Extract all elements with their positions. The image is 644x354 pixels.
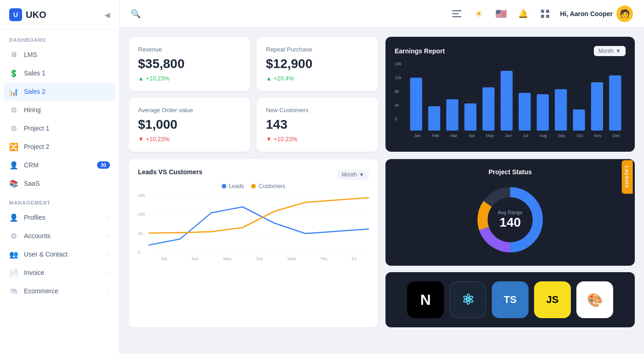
grid-icon[interactable] xyxy=(538,6,552,21)
earnings-card: Earnings Report Month ▼ 15k 11k 8k 4k 0 xyxy=(385,37,635,152)
sidebar-item-ecommerce[interactable]: 🛍 Ecommerce › xyxy=(0,282,119,300)
profiles-chevron-icon: › xyxy=(108,214,110,221)
revenue-card: Revenue $35,800 ▲ +10.23% xyxy=(129,37,250,91)
sidebar-item-profiles[interactable]: 👤 Profiles › xyxy=(0,208,119,227)
svg-rect-21 xyxy=(573,109,585,131)
svg-rect-6 xyxy=(546,15,549,18)
sidebar-item-label: Accounts xyxy=(24,232,51,240)
sidebar-item-project1[interactable]: ⚙ Project 1 xyxy=(0,119,119,137)
flag-icon[interactable]: 🇺🇸 xyxy=(494,6,508,21)
svg-rect-16 xyxy=(483,87,494,131)
crm-icon: 👤 xyxy=(9,160,18,170)
new-customers-label: New Customers xyxy=(266,107,369,114)
leads-chart-legend: Leads Customers xyxy=(138,183,369,189)
sidebar-item-saas[interactable]: 📚 SaaS xyxy=(0,174,119,193)
sidebar-item-label: Hiring xyxy=(24,106,41,114)
accounts-chevron-icon: › xyxy=(108,233,110,239)
javascript-icon[interactable]: JS xyxy=(534,281,571,318)
header-actions: ☀ 🇺🇸 🔔 Hi, Aaron Cooper 🧑 xyxy=(449,6,633,22)
sidebar-item-label: LMS xyxy=(24,51,37,58)
revenue-change: ▲ +10.23% xyxy=(138,75,241,82)
x-wed: Wed xyxy=(288,257,296,261)
main-content: 🔍 ☀ 🇺🇸 🔔 Hi, Aaron Cooper 🧑 xyxy=(120,0,644,354)
leads-line-chart xyxy=(149,193,369,253)
sidebar-item-label: Invoice xyxy=(24,269,44,276)
search-bar[interactable]: 🔍 xyxy=(131,9,444,19)
dashboard-section-label: DASHBOARD xyxy=(0,30,119,46)
sidebar-item-label: SaaS xyxy=(24,180,40,187)
earnings-title: Earnings Report xyxy=(395,47,445,55)
svg-rect-5 xyxy=(541,15,544,18)
sidebar-item-user-contact[interactable]: 👥 User & Contact › xyxy=(0,245,119,263)
search-icon: 🔍 xyxy=(131,9,141,19)
x-mon: Mon xyxy=(224,257,232,261)
sidebar-item-invoice[interactable]: 📄 Invoice › xyxy=(0,263,119,282)
sidebar-item-label: CRM xyxy=(24,161,39,169)
layouts-button[interactable]: Layouts xyxy=(621,160,632,194)
sidebar-item-accounts[interactable]: ⚙ Accounts › xyxy=(0,227,119,245)
x-sun: Sun xyxy=(191,257,199,261)
avg-range-label: Avg Range xyxy=(498,210,523,215)
leads-month-selector[interactable]: Month ▼ xyxy=(337,170,369,180)
earnings-month-selector[interactable]: Month ▼ xyxy=(594,46,626,56)
nextjs-icon[interactable]: N xyxy=(407,281,444,318)
y-axis-100: 100 xyxy=(138,212,145,217)
y-axis-label: 4k xyxy=(395,103,402,108)
sidebar-item-lms[interactable]: 🖥 LMS xyxy=(0,46,119,64)
sidebar-item-sales1[interactable]: 💲 Sales 1 xyxy=(0,64,119,82)
saas-icon: 📚 xyxy=(9,179,18,188)
bar-x-label: Jul xyxy=(523,133,529,138)
svg-rect-12 xyxy=(410,78,422,131)
up-arrow-icon: ▲ xyxy=(138,75,144,82)
logo-icon: U xyxy=(9,8,22,21)
svg-rect-19 xyxy=(537,94,549,131)
y-axis-0: 0 xyxy=(138,250,145,255)
project-title: Project Status xyxy=(489,168,532,176)
figma-icon[interactable]: 🎨 xyxy=(576,281,613,318)
sidebar-item-sales2[interactable]: 📊 Sales 2 xyxy=(4,82,115,101)
avg-order-value: $1,000 xyxy=(138,117,241,132)
management-section-label: MANAGEMENT xyxy=(0,193,119,208)
sidebar-item-label: Project 1 xyxy=(24,125,49,132)
chevron-down-icon: ▼ xyxy=(615,48,621,54)
invoice-chevron-icon: › xyxy=(108,269,110,276)
menu-icon[interactable] xyxy=(449,6,464,21)
avg-order-card: Average Order value $1,000 ▼ +10.23% xyxy=(129,97,250,152)
customers-dot xyxy=(251,184,256,188)
leads-card: Leads VS Customers Month ▼ Leads Custome… xyxy=(129,159,378,327)
collapse-button[interactable]: ◀ xyxy=(104,11,110,19)
dashboard-content: Revenue $35,800 ▲ +10.23% Repeat Purchas… xyxy=(120,28,644,354)
user-contact-chevron-icon: › xyxy=(108,251,110,257)
ecommerce-icon: 🛍 xyxy=(9,286,18,296)
lms-icon: 🖥 xyxy=(9,50,18,59)
typescript-icon[interactable]: TS xyxy=(492,281,529,318)
bar-x-label: May xyxy=(486,133,494,138)
bell-icon[interactable]: 🔔 xyxy=(516,6,530,21)
donut-chart: Avg Range 140 xyxy=(473,183,547,257)
svg-rect-4 xyxy=(546,10,549,13)
x-fri: Fri xyxy=(352,257,357,261)
donut-center: Avg Range 140 xyxy=(498,210,523,230)
y-axis-label: 0 xyxy=(395,117,402,121)
sidebar-item-hiring[interactable]: ⚙ Hiring xyxy=(0,101,119,119)
avg-order-label: Average Order value xyxy=(138,107,241,114)
react-icon[interactable]: ⚛ xyxy=(449,281,486,318)
bar-x-label: Oct xyxy=(576,133,583,138)
user-info[interactable]: Hi, Aaron Cooper 🧑 xyxy=(560,6,633,22)
y-axis-50: 50 xyxy=(138,231,145,236)
svg-rect-17 xyxy=(500,71,512,131)
sidebar-item-label: Profiles xyxy=(24,214,46,221)
user-contact-icon: 👥 xyxy=(9,250,18,259)
x-sat: Sat xyxy=(161,257,167,261)
svg-rect-2 xyxy=(452,16,461,17)
sidebar-item-crm[interactable]: 👤 CRM 30 xyxy=(0,156,119,174)
chevron-down-icon: ▼ xyxy=(359,171,364,178)
sidebar-item-project2[interactable]: 🔀 Project 2 xyxy=(0,137,119,156)
y-axis-label: 15k xyxy=(395,62,402,66)
svg-rect-22 xyxy=(591,82,603,131)
earnings-header: Earnings Report Month ▼ xyxy=(395,46,626,56)
leads-chart-title: Leads VS Customers xyxy=(138,168,202,176)
sun-icon[interactable]: ☀ xyxy=(472,6,486,21)
x-thu: Thu xyxy=(320,257,328,261)
bar-x-label: Dec xyxy=(613,133,620,138)
